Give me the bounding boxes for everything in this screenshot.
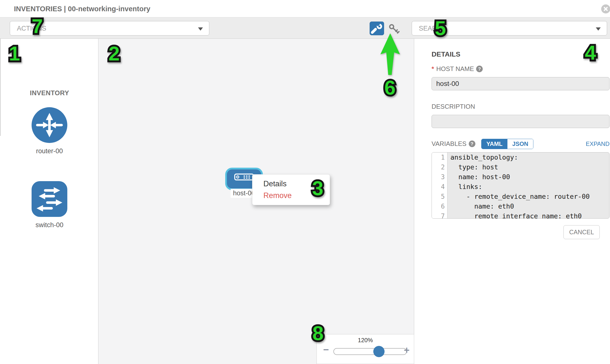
palette-item-label: switch-00 xyxy=(13,221,86,229)
host-name-label-row: * HOST NAME ? xyxy=(431,65,483,73)
sidebar-title: INVENTORY xyxy=(30,89,69,97)
inventory-sidebar: INVENTORY router-00 xyxy=(0,39,98,364)
palette-item-router[interactable]: router-00 xyxy=(13,107,86,155)
toolbar: ACTIONS SEARCH xyxy=(0,17,610,39)
host-server-icon xyxy=(234,174,254,181)
annotation-1: 1 xyxy=(7,44,22,64)
description-input[interactable] xyxy=(431,115,610,128)
variables-code-editor[interactable]: 1ansible_topology: 2 type: host 3 name: … xyxy=(431,152,610,219)
annotation-3: 3 xyxy=(310,178,325,198)
zoom-level-value: 120% xyxy=(317,337,414,344)
zoom-out-button[interactable]: − xyxy=(323,344,329,355)
annotation-6: 6 xyxy=(382,78,398,98)
variables-label-row: VARIABLES ? xyxy=(431,140,475,148)
host-name-label: HOST NAME xyxy=(436,65,474,73)
zoom-slider[interactable] xyxy=(333,348,407,355)
sidebar-edge-divider xyxy=(0,39,0,136)
json-toggle-button[interactable]: JSON xyxy=(507,139,533,149)
details-panel-title: DETAILS xyxy=(431,51,460,58)
required-asterisk: * xyxy=(431,65,434,73)
annotation-7: 7 xyxy=(29,16,45,36)
annotation-2: 2 xyxy=(106,44,122,64)
help-icon[interactable]: ? xyxy=(469,141,475,147)
code-line: 2 type: host xyxy=(432,162,609,172)
description-label: DESCRIPTION xyxy=(431,103,475,110)
host-name-input[interactable]: host-00 xyxy=(431,77,610,90)
palette-item-switch[interactable]: switch-00 xyxy=(13,181,86,229)
code-line: 4 links: xyxy=(432,182,609,192)
annotation-arrow-icon xyxy=(380,33,401,75)
close-icon[interactable] xyxy=(601,4,610,13)
annotation-4: 4 xyxy=(583,43,598,63)
variables-label: VARIABLES xyxy=(431,140,467,148)
variables-format-toggle: YAML JSON xyxy=(481,139,533,149)
code-line: 6 name: eth0 xyxy=(432,201,609,211)
page-title: INVENTORIES | 00-networking-inventory xyxy=(14,5,150,13)
annotation-5: 5 xyxy=(432,18,448,38)
code-line: 1ansible_topology: xyxy=(432,153,609,162)
description-label-row: DESCRIPTION xyxy=(431,103,475,110)
header: INVENTORIES | 00-networking-inventory xyxy=(0,0,610,17)
key-icon xyxy=(389,24,400,34)
switch-icon xyxy=(32,181,67,217)
inventory-topology-view: INVENTORIES | 00-networking-inventory AC… xyxy=(0,0,610,364)
cancel-button[interactable]: CANCEL xyxy=(563,225,600,239)
router-icon xyxy=(32,107,67,143)
code-line: 7 remote_interface_name: eth0 xyxy=(432,211,609,219)
details-panel: DETAILS * HOST NAME ? host-00 DESCRIPTIO… xyxy=(415,39,610,364)
chevron-down-icon xyxy=(596,27,601,31)
expand-link[interactable]: EXPAND xyxy=(586,141,610,147)
annotation-8: 8 xyxy=(310,323,326,343)
topology-canvas[interactable]: host-00 Details Remove 120% − + xyxy=(98,39,414,364)
help-icon[interactable]: ? xyxy=(476,65,483,72)
key-button[interactable] xyxy=(389,24,400,34)
palette-item-label: router-00 xyxy=(13,147,86,155)
zoom-slider-handle[interactable] xyxy=(373,346,385,357)
zoom-control: 120% − + xyxy=(316,334,414,364)
code-line: 3 name: host-00 xyxy=(432,172,609,182)
yaml-toggle-button[interactable]: YAML xyxy=(481,139,507,149)
chevron-down-icon xyxy=(198,27,203,31)
zoom-in-button[interactable]: + xyxy=(404,345,410,356)
code-line: 5 - remote_device_name: router-00 xyxy=(432,192,609,201)
